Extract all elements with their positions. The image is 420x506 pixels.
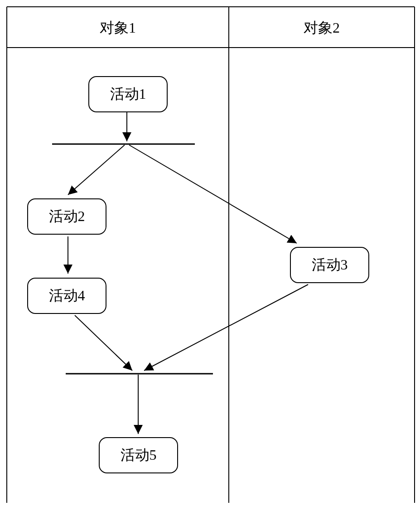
- activity-5: 活动5: [99, 437, 178, 473]
- swimlane-header-1: 对象1: [7, 18, 229, 38]
- activity-1: 活动1: [88, 76, 168, 112]
- activity-diagram: 对象1 对象2 活动1 活动2 活动3 活动4 活动5: [0, 0, 420, 506]
- edge-fork-a3: [129, 145, 297, 243]
- swimlane-header-2: 对象2: [229, 18, 415, 38]
- activity-4: 活动4: [27, 278, 106, 314]
- activity-2: 活动2: [27, 198, 106, 235]
- activity-3: 活动3: [290, 247, 369, 283]
- edge-fork-a2: [68, 145, 125, 195]
- edge-a3-join: [144, 284, 308, 371]
- edge-a4-join: [75, 315, 132, 371]
